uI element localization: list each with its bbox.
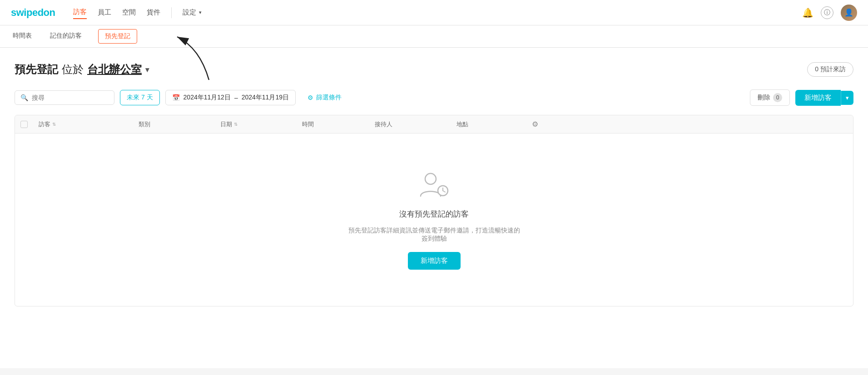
estimated-count: 0 預計來訪: [815, 65, 846, 74]
nav-links: 訪客 員工 空間 貨件 設定 ▾: [73, 6, 788, 19]
empty-state-title: 沒有預先登記的訪客: [399, 209, 469, 219]
location-chevron-icon[interactable]: ▾: [145, 65, 149, 74]
nav-item-spaces[interactable]: 空間: [122, 6, 136, 19]
delete-btn[interactable]: 刪除 0: [750, 89, 790, 106]
add-visitor-dropdown-button[interactable]: ▾: [841, 91, 853, 105]
th-location: 地點: [451, 120, 524, 128]
page-header: 預先登記 位於 台北辦公室 ▾ 0 預計來訪: [15, 62, 853, 77]
add-visitor-button[interactable]: 新增訪客: [795, 90, 841, 106]
logo[interactable]: swipedon: [11, 7, 55, 19]
empty-state-icon: [418, 170, 450, 202]
table-header: 訪客 ⇅ 類別 日期 ⇅ 時間 接待人 地點 ⚙: [15, 115, 853, 133]
th-checkbox: [15, 120, 33, 128]
th-category: 類別: [133, 120, 215, 128]
th-host: 接待人: [369, 120, 451, 128]
nav-settings[interactable]: 設定 ▾: [183, 8, 202, 17]
empty-state: 沒有預先登記的訪客 預先登記訪客詳細資訊並傳送電子郵件邀請，打造流暢快速的簽到體…: [15, 133, 853, 306]
delete-label: 刪除: [758, 94, 770, 102]
estimated-visitors: 0 預計來訪: [807, 62, 853, 77]
th-time-label: 時間: [302, 120, 314, 128]
search-box[interactable]: 🔍: [15, 90, 114, 105]
th-date-label: 日期: [220, 120, 232, 128]
date-to: 2024年11月19日: [242, 94, 289, 102]
svg-point-1: [425, 173, 436, 184]
tab-bar: 時間表 記住的訪客 預先登記: [0, 25, 868, 48]
th-visitor: 訪客 ⇅: [33, 120, 133, 128]
sort-visitor-icon[interactable]: ⇅: [52, 122, 56, 127]
date-range[interactable]: 📅 2024年11月12日 – 2024年11月19日: [165, 90, 296, 105]
th-visitor-label: 訪客: [39, 120, 50, 128]
page-title-at: 位於: [62, 62, 84, 77]
navbar: swipedon 訪客 員工 空間 貨件 設定 ▾ 🔔 ⓘ 👤: [0, 0, 868, 25]
logo-part1: swipe: [11, 7, 38, 18]
filter-conditions-btn[interactable]: ⚙ 篩選條件: [301, 90, 348, 105]
nav-right: 🔔 ⓘ 👤: [802, 5, 857, 21]
main-content: 預先登記 位於 台北辦公室 ▾ 0 預計來訪 🔍 未來 7 天 📅 2024年1…: [0, 48, 868, 368]
filter-icon: ⚙: [308, 94, 313, 101]
nav-item-staff[interactable]: 員工: [98, 6, 111, 19]
avatar[interactable]: 👤: [841, 5, 857, 21]
tab-preregister[interactable]: 預先登記: [98, 29, 137, 44]
th-location-label: 地點: [456, 120, 468, 128]
date-separator: –: [234, 94, 238, 101]
search-input[interactable]: [32, 94, 109, 101]
tab-timetable[interactable]: 時間表: [11, 25, 34, 47]
info-icon[interactable]: ⓘ: [821, 6, 833, 19]
empty-state-description: 預先登記訪客詳細資訊並傳送電子郵件邀請，打造流暢快速的簽到體驗: [348, 227, 521, 243]
th-date: 日期 ⇅: [215, 120, 297, 128]
add-visitor-group: 新增訪客 ▾: [795, 90, 853, 106]
quick-filter-btn[interactable]: 未來 7 天: [120, 90, 160, 105]
select-all-checkbox[interactable]: [20, 121, 28, 128]
bell-icon[interactable]: 🔔: [802, 7, 813, 18]
nav-item-deliveries[interactable]: 貨件: [147, 6, 160, 19]
tab-bar-wrapper: 時間表 記住的訪客 預先登記: [0, 25, 868, 48]
sort-date-icon[interactable]: ⇅: [234, 122, 238, 127]
th-settings[interactable]: ⚙: [524, 120, 546, 128]
calendar-icon: 📅: [172, 94, 180, 101]
th-time: 時間: [297, 120, 369, 128]
location-link[interactable]: 台北辦公室: [87, 62, 142, 77]
table-container: 訪客 ⇅ 類別 日期 ⇅ 時間 接待人 地點 ⚙: [15, 115, 853, 306]
chevron-down-icon: ▾: [199, 10, 202, 15]
empty-add-visitor-button[interactable]: 新增訪客: [408, 252, 461, 270]
page-title: 預先登記 位於 台北辦公室 ▾: [15, 62, 149, 77]
nav-item-visitors[interactable]: 訪客: [73, 6, 87, 19]
delete-count-badge: 0: [773, 93, 782, 102]
filter-label: 篩選條件: [316, 94, 342, 102]
th-category-label: 類別: [139, 120, 150, 128]
table-settings-icon[interactable]: ⚙: [532, 120, 538, 128]
tab-remembered-visitors[interactable]: 記住的訪客: [48, 25, 84, 47]
filter-row: 🔍 未來 7 天 📅 2024年11月12日 – 2024年11月19日 ⚙ 篩…: [15, 89, 853, 106]
date-from: 2024年11月12日: [184, 94, 231, 102]
settings-label: 設定: [183, 8, 196, 17]
th-host-label: 接待人: [375, 120, 392, 128]
nav-divider: [171, 7, 172, 18]
search-icon: 🔍: [20, 94, 28, 101]
logo-part2: don: [38, 7, 55, 18]
page-title-text: 預先登記: [15, 62, 58, 77]
